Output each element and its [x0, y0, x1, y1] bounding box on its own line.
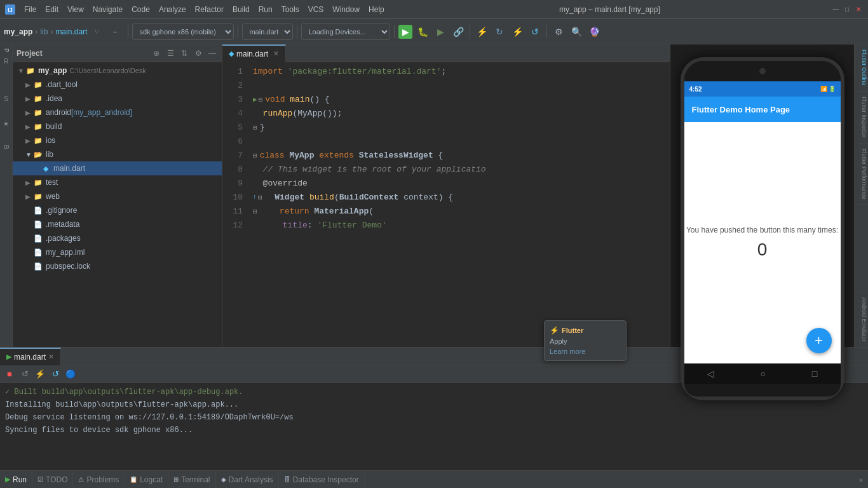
hot-reload-button[interactable]: ⚡: [33, 367, 47, 381]
build-variants-button[interactable]: B: [3, 145, 10, 149]
run-bottom-tab[interactable]: ▶ Run: [0, 471, 32, 489]
tree-item-gitignore[interactable]: 📄 .gitignore: [13, 203, 222, 217]
app-icon: IJ: [5, 4, 15, 15]
code-editor[interactable]: 1 2 3 4 5 6 7 8 9 10 11 12 import 'packa…: [222, 62, 670, 347]
minimize-button[interactable]: —: [831, 5, 840, 14]
run-with-coverage-button[interactable]: ▶: [433, 24, 448, 39]
branch-selector-button[interactable]: ⑂: [90, 24, 104, 40]
hot-restart-button[interactable]: ↺: [48, 367, 62, 381]
web-label: web: [46, 192, 60, 201]
rerun-button[interactable]: ↺: [18, 367, 32, 381]
run-button[interactable]: ▶: [398, 25, 412, 39]
flutter-performance-tab[interactable]: Flutter Performance: [855, 144, 868, 205]
debug-button[interactable]: 🐛: [415, 24, 430, 39]
tree-item-web[interactable]: ▶ 📁 web: [13, 189, 222, 203]
project-minimize-button[interactable]: —: [207, 48, 218, 59]
tree-item-metadata[interactable]: 📄 .metadata: [13, 217, 222, 231]
project-sort-button[interactable]: ⇅: [179, 48, 190, 59]
tree-item-lib[interactable]: ▼ 📂 lib: [13, 147, 222, 161]
project-tool-button[interactable]: P: [3, 48, 10, 53]
problems-tab[interactable]: ⚠ Problems: [73, 471, 125, 489]
menu-analyze[interactable]: Analyze: [155, 4, 190, 15]
tree-item-main-dart[interactable]: ◆ main.dart: [13, 161, 222, 175]
resource-manager-button[interactable]: R: [4, 58, 8, 65]
run-tab-close[interactable]: ✕: [48, 353, 54, 361]
code-line-11: ⊟ return MaterialApp(: [248, 205, 670, 219]
run-tab[interactable]: ▶ main.dart ✕: [0, 348, 61, 365]
tab-main-dart[interactable]: ◆ main.dart ✕: [222, 44, 286, 62]
problems-label: Problems: [86, 475, 119, 484]
flutter-popup-lightning-icon: ⚡: [550, 326, 559, 335]
structure-button[interactable]: S: [4, 95, 8, 102]
menu-run[interactable]: Run: [255, 4, 276, 15]
settings-button[interactable]: ⚙: [551, 24, 566, 39]
tree-item-pubspec-lock[interactable]: 📄 pubspec.lock: [13, 259, 222, 273]
loading-devices-selector[interactable]: Loading Devices...: [301, 24, 390, 40]
search-button[interactable]: 🔍: [569, 24, 584, 39]
packages-label: .packages: [46, 234, 81, 243]
right-sidebar: Flutter Outline Flutter Inspector Flutte…: [854, 44, 868, 347]
back-button[interactable]: ←: [107, 24, 124, 40]
flutter-popup-learn-link[interactable]: Learn more: [550, 348, 621, 355]
project-options-button[interactable]: ☰: [165, 48, 176, 59]
phone-bottom: [684, 384, 841, 396]
flutter-inspector-tab[interactable]: Flutter Inspector: [855, 92, 868, 144]
menu-build[interactable]: Build: [229, 4, 254, 15]
flutter-outline-tab[interactable]: Flutter Outline: [855, 44, 868, 92]
expand-console-button[interactable]: »: [854, 471, 868, 489]
tree-item-test[interactable]: ▶ 📁 test: [13, 175, 222, 189]
menu-refactor[interactable]: Refactor: [191, 4, 227, 15]
run-config-selector[interactable]: main.dart: [242, 24, 293, 40]
database-inspector-tab[interactable]: 🗄 Database Inspector: [279, 471, 365, 489]
tab-close-button[interactable]: ✕: [273, 50, 279, 58]
menu-edit[interactable]: Edit: [41, 4, 62, 15]
tree-item-ios[interactable]: ▶ 📁 ios: [13, 133, 222, 147]
terminal-tab[interactable]: ⊞ Terminal: [168, 471, 215, 489]
tree-item-build[interactable]: ▶ 📁 build: [13, 119, 222, 133]
flutter-hot-restart[interactable]: ↺: [527, 24, 543, 39]
breadcrumb-app[interactable]: my_app: [4, 27, 32, 36]
maximize-button[interactable]: □: [843, 5, 851, 14]
android-emulator-tab[interactable]: Android Emulator: [855, 292, 868, 347]
phone-status-bar: 4:52 📶 🔋: [684, 81, 841, 97]
idea-folder-icon: 📁: [33, 93, 43, 104]
tree-item-iml[interactable]: 📄 my_app.iml: [13, 245, 222, 259]
attach-button[interactable]: 🔗: [451, 24, 466, 39]
idea-expand-icon: ▶: [25, 95, 33, 102]
breadcrumb-lib[interactable]: lib: [40, 27, 48, 36]
flutter-hot-reload[interactable]: ⚡: [510, 24, 525, 39]
stop-button[interactable]: ■: [3, 367, 17, 381]
favorites-button[interactable]: ★: [3, 120, 9, 127]
tree-item-dart-tool[interactable]: ▶ 📁 .dart_tool: [13, 78, 222, 92]
flutter-attach-button[interactable]: 🔵: [64, 367, 78, 381]
dart-analysis-tab[interactable]: ◆ Dart Analysis: [216, 471, 279, 489]
menu-navigate[interactable]: Navigate: [89, 4, 126, 15]
more-tools-button[interactable]: 🔮: [587, 24, 602, 39]
logcat-tab[interactable]: 📋 Logcat: [125, 471, 168, 489]
database-label: Database Inspector: [293, 475, 359, 484]
device-selector[interactable]: sdk gphone x86 (mobile): [132, 24, 234, 40]
menu-help[interactable]: Help: [365, 4, 388, 15]
project-settings-button[interactable]: ⚙: [193, 48, 204, 59]
menu-view[interactable]: View: [64, 4, 88, 15]
menu-window[interactable]: Window: [329, 4, 363, 15]
sync-button[interactable]: ↻: [492, 24, 507, 39]
close-button[interactable]: ✕: [854, 5, 863, 14]
menu-vcs[interactable]: VCS: [304, 4, 328, 15]
project-new-button[interactable]: ⊕: [151, 48, 162, 59]
root-folder-icon: 📁: [25, 65, 36, 76]
tree-root[interactable]: ▼ 📁 my_app C:\Users\Leonardo\Desk: [13, 64, 222, 78]
code-line-3: ▶ ⊟ void main() {: [248, 93, 670, 107]
ios-label: ios: [46, 136, 55, 145]
breadcrumb-file[interactable]: main.dart: [55, 27, 87, 36]
menu-file[interactable]: File: [20, 4, 40, 15]
build-button[interactable]: ⚡: [474, 24, 489, 39]
tree-item-idea[interactable]: ▶ 📁 .idea: [13, 92, 222, 105]
todo-tab[interactable]: ☑ TODO: [32, 471, 73, 489]
fab-button[interactable]: +: [806, 328, 832, 353]
menu-tools[interactable]: Tools: [278, 4, 303, 15]
tree-item-android[interactable]: ▶ 📁 android [my_app_android]: [13, 105, 222, 119]
console-line-2: Installing build\app\outputs\flutter-apk…: [5, 398, 863, 411]
tree-item-packages[interactable]: 📄 .packages: [13, 231, 222, 245]
menu-code[interactable]: Code: [128, 4, 154, 15]
